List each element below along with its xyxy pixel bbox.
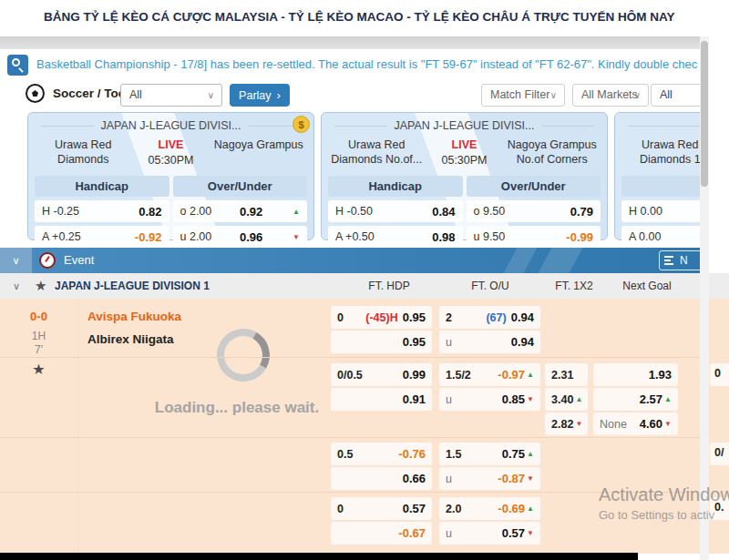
odds-cell[interactable]: o 2.00 0.92 (173, 200, 308, 222)
odds-cell[interactable]: 2.0 -0.69 (439, 497, 540, 520)
odds-cell[interactable]: 0/0.5 0.99 (331, 363, 432, 386)
sort-button[interactable]: N (659, 250, 700, 270)
odds-value: -0.67 (398, 526, 426, 540)
odds-value: 2.31 (551, 369, 573, 382)
odds-cell[interactable]: 0 (-45)H 0.95 (331, 306, 432, 329)
odds-cell[interactable]: 1.93 (593, 363, 678, 386)
all-dropdown[interactable]: All (651, 84, 700, 107)
odds-value: 0.94 (511, 311, 534, 324)
column-header-hdp: FT. HDP (344, 273, 435, 299)
match-card-2[interactable]: JAPAN J-LEAGUE DIVISI... Urawa Red Diamo… (321, 112, 608, 240)
handicap-header: Handicap (328, 176, 463, 197)
card-away-team: Nagoya Grampus No.of Corners (498, 137, 608, 170)
odds-cell[interactable]: u 2.00 0.96 (173, 226, 308, 248)
odds-label: A +0.25 (42, 230, 81, 243)
league-title: JAPAN J-LEAGUE DIVISION 1 (55, 273, 210, 299)
odds-cell[interactable]: 3.40 (545, 388, 588, 411)
odds-cell[interactable]: u 0.57 (439, 522, 540, 545)
total-line: u (446, 473, 452, 485)
parlay-label: Parlay (239, 89, 271, 102)
odds-cell[interactable]: u 9.50 -0.99 (467, 226, 601, 248)
match-time: 05:30PM (432, 153, 498, 168)
scrollbar-thumb[interactable] (701, 41, 708, 187)
odds-cell[interactable]: 2.82 (545, 412, 588, 435)
odds-cell[interactable]: u -0.87 (439, 467, 540, 490)
odds-cell-clipped[interactable]: 0/ (710, 443, 729, 465)
live-badge: LIVE (432, 137, 498, 153)
loading-spinner (210, 322, 275, 387)
betting-odds-page: BẢNG TỶ LỆ KÈO CÁ CƯỢC MALAYSIA - TỶ LỆ … (0, 0, 729, 560)
match-minute: 7' (0, 343, 77, 356)
odds-cell[interactable]: 0.66 (331, 467, 432, 490)
odds-cell[interactable]: H 0.00 (621, 200, 700, 222)
toolbar: Soccer / Today All Parlay Match Filter A… (0, 80, 700, 109)
odds-cell[interactable]: A +0.25 -0.92 (35, 226, 169, 248)
odds-cell[interactable]: 0.91 (331, 388, 432, 411)
odds-cell[interactable]: 0.5 -0.76 (331, 443, 432, 465)
odds-cell[interactable]: A +0.50 0.98 (328, 226, 463, 248)
vertical-scrollbar[interactable] (700, 36, 709, 560)
score-tag: (67) (486, 311, 506, 324)
odds-cell[interactable]: u 0.94 (439, 331, 540, 353)
odds-value: -0.99 (566, 230, 593, 244)
parlay-button[interactable]: Parlay (230, 84, 290, 107)
odds-label: o 9.50 (474, 205, 506, 218)
odds-value: 0.96 (240, 230, 262, 244)
league-select-value: All (129, 88, 142, 101)
odds-cell[interactable]: None 4.60 (593, 412, 678, 435)
match-card-1[interactable]: JAPAN J-LEAGUE DIVISI... $ Urawa Red Dia… (27, 112, 314, 240)
bottom-black-bar (0, 553, 638, 560)
favorite-star-icon[interactable] (35, 273, 46, 299)
away-team-name[interactable]: Albirex Niigata (87, 332, 174, 346)
odds-value: 4.60 (640, 417, 662, 431)
handicap-line: 0.5 (337, 448, 353, 461)
odds-cell[interactable]: 2.31 (545, 363, 588, 386)
home-team-name[interactable]: Avispa Fukuoka (87, 310, 181, 323)
odds-cell[interactable]: 0 0.57 (331, 497, 432, 520)
favorite-star-icon[interactable] (0, 361, 77, 378)
all-markets-dropdown[interactable]: All Markets (572, 84, 649, 107)
collapse-chevron[interactable] (13, 273, 20, 299)
match-card-3[interactable]: JAP Urawa Red Diamonds 1 (614, 112, 700, 240)
page-title: BẢNG TỶ LỆ KÈO CÁ CƯỢC MALAYSIA - TỶ LỆ … (44, 10, 674, 24)
odds-cell-clipped[interactable]: 0. (710, 497, 729, 520)
total-line: 1.5/2 (446, 369, 471, 382)
odds-cell[interactable]: H -0.50 0.84 (328, 200, 463, 222)
collapse-chevron[interactable] (0, 248, 32, 273)
odds-cell[interactable]: -0.67 (331, 522, 432, 545)
chevron-down-icon (634, 85, 641, 106)
down-arrow-icon (573, 420, 582, 428)
odds-cell[interactable]: 2.57 (593, 388, 678, 411)
down-arrow-icon (525, 395, 534, 403)
search-icon-handle (18, 67, 24, 73)
card-home-team: Urawa Red Diamonds (28, 137, 139, 170)
search-button[interactable] (7, 55, 28, 76)
odds-cell-clipped[interactable]: 0 (710, 363, 729, 386)
odds-cell[interactable]: 1.5/2 -0.97 (439, 363, 540, 386)
odds-cell[interactable]: A 0.00 (621, 226, 700, 248)
odds-cell[interactable]: o 9.50 0.79 (467, 200, 601, 222)
card-teams-row: Urawa Red Diamonds 1 (615, 137, 700, 170)
odds-label: H 0.00 (629, 205, 662, 218)
announcement-ticker[interactable]: Basketball Championship - 17/8] has been… (36, 49, 698, 80)
odds-cell[interactable]: 1.5 0.75 (439, 443, 540, 465)
league-section-header: JAPAN J-LEAGUE DIVISION 1 FT. HDP FT. O/… (0, 273, 700, 299)
odds-cell[interactable]: u 0.85 (439, 388, 540, 411)
odds-label: H -0.25 (42, 205, 79, 218)
match-filter-dropdown[interactable]: Match Filter (481, 84, 565, 107)
odds-cell[interactable]: 0.95 (331, 331, 432, 353)
up-arrow-icon (525, 450, 534, 458)
odds-cell[interactable]: 2 (67) 0.94 (439, 306, 540, 329)
live-badge: LIVE (139, 137, 204, 153)
league-select[interactable]: All (120, 84, 222, 107)
divider-strip (0, 36, 700, 49)
odds-value: 0.98 (432, 230, 455, 244)
sort-icon (664, 256, 675, 265)
all-markets-label: All Markets (581, 88, 638, 101)
odds-label: u 2.00 (180, 230, 212, 243)
down-arrow-icon (525, 474, 534, 483)
stopwatch-icon (39, 252, 56, 269)
total-line: 2.0 (446, 503, 461, 515)
odds-cell[interactable]: H -0.25 0.82 (35, 200, 169, 222)
up-arrow-icon (291, 208, 300, 216)
